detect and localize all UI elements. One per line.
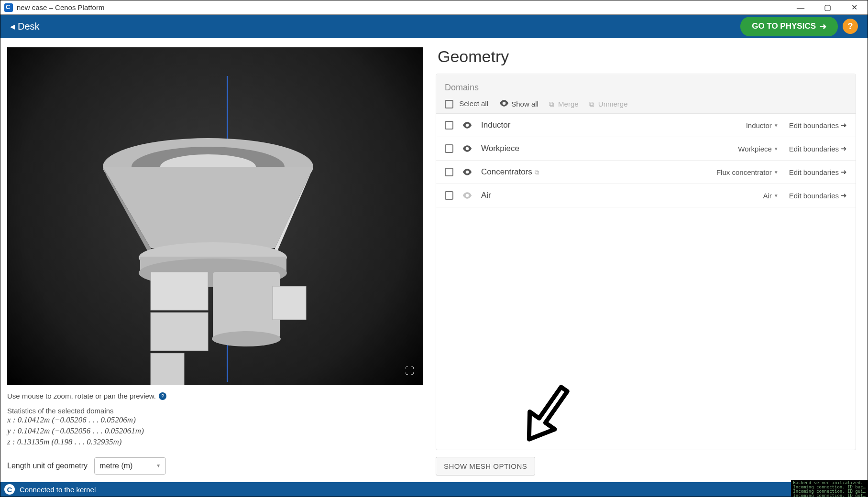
domain-type-select[interactable]: Inductor ▼ bbox=[712, 121, 779, 130]
app-icon bbox=[4, 3, 13, 12]
domain-row[interactable]: Concentrators ⧉Flux concentrator ▼Edit b… bbox=[436, 161, 856, 184]
merge-label: Merge bbox=[558, 100, 579, 108]
stat-z: z : 0.13135m (0.198 . . . 0.32935m) bbox=[7, 437, 424, 448]
chevron-down-icon: ▼ bbox=[156, 463, 161, 468]
domain-name: Inductor bbox=[481, 120, 510, 130]
arrow-right-icon: ➜ bbox=[841, 168, 847, 176]
status-bar: C Connected to the kernel Backend server… bbox=[0, 482, 868, 497]
checkbox-icon[interactable] bbox=[445, 191, 453, 200]
domain-row[interactable]: AirAir ▼Edit boundaries ➜ bbox=[436, 184, 856, 207]
chevron-down-icon: ▼ bbox=[774, 170, 779, 175]
domains-label: Domains bbox=[445, 83, 847, 93]
arrow-right-icon: ➜ bbox=[841, 144, 847, 153]
edit-boundaries-link[interactable]: Edit boundaries ➜ bbox=[789, 191, 847, 200]
fullscreen-icon[interactable]: ⛶ bbox=[405, 366, 415, 377]
domain-name: Workpiece bbox=[481, 144, 519, 153]
checkbox-icon bbox=[445, 100, 453, 108]
titlebar: new case – Cenos Platform ― ▢ ✕ bbox=[0, 0, 868, 15]
model-render bbox=[7, 47, 423, 385]
physics-label: GO TO PHYSICS bbox=[752, 22, 816, 31]
main-area: ⛶ Use mouse to zoom, rotate or pan the p… bbox=[0, 38, 868, 482]
svg-point-11 bbox=[212, 331, 281, 346]
app-window: new case – Cenos Platform ― ▢ ✕ ◂ Desk G… bbox=[0, 0, 868, 497]
svg-rect-12 bbox=[151, 272, 208, 310]
checkbox-icon[interactable] bbox=[445, 168, 453, 176]
unmerge-control: ⧉ Unmerge bbox=[589, 100, 628, 108]
left-pane: ⛶ Use mouse to zoom, rotate or pan the p… bbox=[0, 38, 431, 482]
domain-name: Air bbox=[481, 191, 491, 200]
unmerge-label: Unmerge bbox=[598, 100, 628, 108]
viewport-hint: Use mouse to zoom, rotate or pan the pre… bbox=[7, 392, 424, 400]
hint-help-icon[interactable]: ? bbox=[159, 392, 166, 400]
domain-type-select[interactable]: Flux concentrator ▼ bbox=[712, 168, 779, 176]
copy-icon: ⧉ bbox=[535, 169, 539, 176]
domains-list: InductorInductor ▼Edit boundaries ➜Workp… bbox=[436, 114, 856, 207]
right-pane: Geometry Domains Select all Show bbox=[431, 38, 868, 482]
hint-text: Use mouse to zoom, rotate or pan the pre… bbox=[7, 392, 156, 400]
desk-button[interactable]: ◂ Desk bbox=[10, 21, 40, 32]
domain-type-select[interactable]: Workpiece ▼ bbox=[712, 145, 779, 153]
status-text: Connected to the kernel bbox=[20, 486, 96, 494]
arrow-right-icon: ➜ bbox=[841, 121, 847, 130]
edit-boundaries-link[interactable]: Edit boundaries ➜ bbox=[789, 168, 847, 176]
visibility-icon[interactable] bbox=[462, 145, 472, 152]
window-maximize-button[interactable]: ▢ bbox=[814, 0, 841, 14]
length-unit-select[interactable]: metre (m) ▼ bbox=[94, 457, 166, 475]
status-log: Backend server initialized. Incoming con… bbox=[791, 480, 868, 497]
help-button[interactable]: ? bbox=[843, 19, 858, 34]
stat-x: x : 0.10412m (−0.05206 . . . 0.05206m) bbox=[7, 415, 424, 426]
domain-row[interactable]: WorkpieceWorkpiece ▼Edit boundaries ➜ bbox=[436, 137, 856, 161]
svg-rect-13 bbox=[151, 313, 208, 351]
help-label: ? bbox=[848, 22, 853, 32]
eye-icon bbox=[499, 100, 509, 107]
select-all-label: Select all bbox=[459, 99, 488, 108]
desk-label: Desk bbox=[18, 21, 40, 32]
geometry-title: Geometry bbox=[438, 47, 856, 66]
visibility-icon[interactable] bbox=[462, 169, 472, 175]
svg-rect-15 bbox=[273, 286, 306, 320]
checkbox-icon[interactable] bbox=[445, 121, 453, 130]
edit-boundaries-link[interactable]: Edit boundaries ➜ bbox=[789, 144, 847, 153]
merge-icon: ⧉ bbox=[549, 100, 554, 108]
merge-control: ⧉ Merge bbox=[549, 100, 579, 108]
visibility-icon[interactable] bbox=[462, 192, 472, 199]
back-icon: ◂ bbox=[10, 21, 15, 32]
window-close-button[interactable]: ✕ bbox=[841, 0, 868, 14]
go-to-physics-button[interactable]: GO TO PHYSICS ➜ bbox=[740, 17, 838, 36]
viewport-3d[interactable]: ⛶ bbox=[7, 47, 423, 385]
stat-y: y : 0.10412m (−0.052056 . . . 0.052061m) bbox=[7, 426, 424, 437]
main-toolbar: ◂ Desk GO TO PHYSICS ➜ ? bbox=[0, 15, 868, 38]
show-all-label: Show all bbox=[511, 100, 538, 108]
chevron-down-icon: ▼ bbox=[774, 146, 779, 151]
checkbox-icon[interactable] bbox=[445, 144, 453, 153]
domain-row[interactable]: InductorInductor ▼Edit boundaries ➜ bbox=[436, 114, 856, 137]
svg-rect-14 bbox=[151, 353, 184, 385]
unmerge-icon: ⧉ bbox=[589, 100, 594, 108]
show-all-control[interactable]: Show all bbox=[499, 100, 538, 108]
domains-panel: Domains Select all Show all bbox=[436, 74, 856, 450]
domains-header: Domains Select all Show all bbox=[436, 74, 856, 114]
chevron-down-icon: ▼ bbox=[774, 123, 779, 128]
visibility-icon[interactable] bbox=[462, 122, 472, 129]
edit-boundaries-link[interactable]: Edit boundaries ➜ bbox=[789, 121, 847, 130]
show-mesh-options-button[interactable]: SHOW MESH OPTIONS bbox=[436, 457, 535, 475]
stats-title: Statistics of the selected domains bbox=[7, 407, 424, 415]
domain-name: Concentrators ⧉ bbox=[481, 167, 539, 177]
window-title: new case – Cenos Platform bbox=[17, 3, 104, 11]
kernel-icon: C bbox=[4, 484, 15, 495]
arrow-right-icon: ➜ bbox=[820, 22, 826, 32]
domain-type-select[interactable]: Air ▼ bbox=[712, 192, 779, 200]
arrow-right-icon: ➜ bbox=[841, 191, 847, 200]
svg-rect-10 bbox=[213, 272, 280, 339]
length-unit-value: metre (m) bbox=[99, 462, 132, 470]
select-all-control[interactable]: Select all bbox=[445, 99, 488, 108]
window-minimize-button[interactable]: ― bbox=[787, 0, 814, 14]
chevron-down-icon: ▼ bbox=[774, 193, 779, 198]
length-unit-label: Length unit of geometry bbox=[7, 462, 88, 470]
